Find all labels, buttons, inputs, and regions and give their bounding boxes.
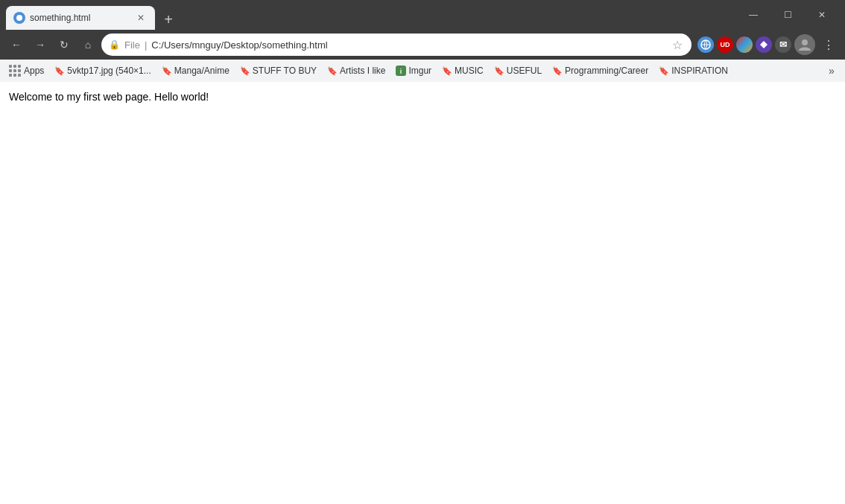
refresh-button[interactable]: ↻	[54, 34, 75, 55]
tab-close-button[interactable]: ✕	[134, 11, 148, 25]
toolbar-extensions: UD ✉ ⋮	[697, 34, 839, 55]
bookmark-icon-2: 🔖	[240, 66, 250, 76]
apps-grid-icon	[9, 65, 21, 77]
bookmark-item-2[interactable]: 🔖 STUFF TO BUY	[235, 62, 321, 80]
url-text: C:/Users/mnguy/Desktop/something.html	[151, 39, 666, 51]
apps-label: Apps	[24, 66, 44, 76]
bookmark-icon-0: 🔖	[54, 66, 65, 76]
address-bar[interactable]: 🔒 File | C:/Users/mnguy/Desktop/somethin…	[101, 34, 691, 56]
profile-icon[interactable]	[794, 34, 815, 55]
bookmark-label-1: Manga/Anime	[174, 66, 230, 76]
window-controls: — ☐ ✕	[736, 0, 839, 30]
bookmark-icon-1: 🔖	[162, 66, 172, 76]
bookmark-label-0: 5vktp17.jpg (540×1...	[67, 66, 151, 76]
bookmark-icon-4: i	[396, 66, 406, 76]
bookmark-label-8: INSPIRATION	[671, 66, 728, 76]
back-button[interactable]: ←	[6, 34, 27, 55]
ext5-icon[interactable]: ✉	[775, 36, 791, 53]
ext2-icon[interactable]: UD	[717, 36, 733, 53]
bookmark-icon-5: 🔖	[442, 66, 452, 76]
bookmark-icon-6: 🔖	[494, 66, 504, 76]
bookmark-label-3: Artists I like	[340, 66, 385, 76]
bookmark-item-3[interactable]: 🔖 Artists I like	[323, 62, 390, 80]
maximize-button[interactable]: ☐	[770, 0, 805, 30]
bookmark-label-4: Imgur	[408, 66, 431, 76]
bookmark-icon-7: 🔖	[552, 66, 563, 76]
bookmark-label-6: USEFUL	[507, 66, 542, 76]
new-tab-button[interactable]: +	[158, 9, 179, 30]
bookmark-icon-3: 🔖	[327, 66, 338, 76]
active-tab[interactable]: something.html ✕	[6, 6, 155, 30]
lock-icon: 🔒	[109, 39, 120, 50]
minimize-button[interactable]: —	[736, 0, 770, 30]
forward-button[interactable]: →	[30, 34, 51, 55]
page-content: Welcome to my first web page. Hello worl…	[0, 82, 845, 112]
menu-button[interactable]: ⋮	[818, 34, 839, 55]
ext4-icon[interactable]	[756, 36, 772, 53]
bookmark-icon-8: 🔖	[659, 66, 669, 76]
svg-marker-1	[760, 41, 768, 48]
bookmark-item-1[interactable]: 🔖 Manga/Anime	[157, 62, 234, 80]
bookmark-item-4[interactable]: i Imgur	[391, 62, 436, 80]
bookmark-item-0[interactable]: 🔖 5vktp17.jpg (540×1...	[50, 62, 155, 80]
svg-text:i: i	[400, 68, 402, 75]
ext1-icon[interactable]	[697, 36, 714, 53]
file-label: File	[124, 39, 140, 51]
bookmark-label-7: Programming/Career	[565, 66, 648, 76]
svg-point-2	[802, 39, 808, 45]
home-button[interactable]: ⌂	[77, 34, 98, 55]
page-text: Welcome to my first web page. Hello worl…	[9, 91, 836, 103]
apps-button[interactable]: Apps	[4, 62, 48, 80]
bookmark-label-5: MUSIC	[455, 66, 484, 76]
separator: |	[145, 39, 147, 51]
bookmark-label-2: STUFF TO BUY	[253, 66, 317, 76]
bookmarks-bar: Apps 🔖 5vktp17.jpg (540×1... 🔖 Manga/Ani…	[0, 60, 845, 82]
more-bookmarks-button[interactable]: »	[823, 62, 841, 80]
bookmark-item-6[interactable]: 🔖 USEFUL	[490, 62, 546, 80]
tab-title: something.html	[30, 13, 130, 23]
bookmark-star-button[interactable]: ☆	[671, 36, 684, 54]
bookmark-item-7[interactable]: 🔖 Programming/Career	[548, 62, 653, 80]
close-button[interactable]: ✕	[805, 0, 839, 30]
bookmark-item-5[interactable]: 🔖 MUSIC	[437, 62, 488, 80]
bookmark-item-8[interactable]: 🔖 INSPIRATION	[654, 62, 732, 80]
tab-favicon	[13, 12, 25, 24]
ext3-icon[interactable]	[736, 36, 753, 53]
